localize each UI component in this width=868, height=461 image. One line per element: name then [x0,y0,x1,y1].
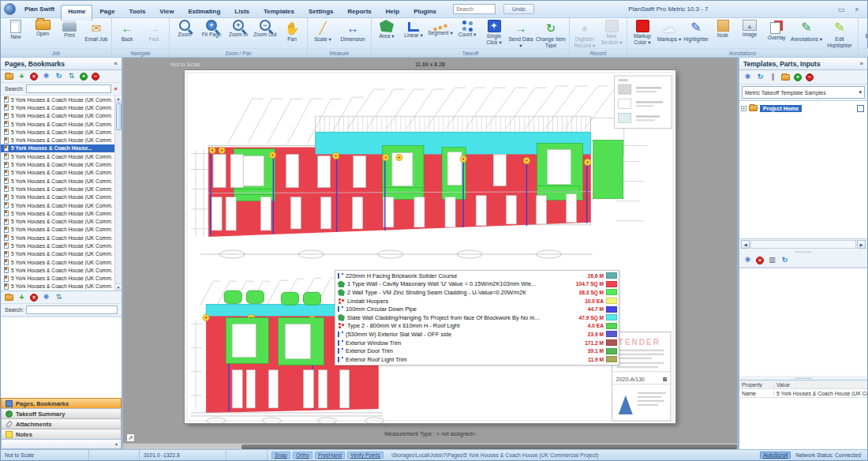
page-list-item[interactable]: 5 York Houses & Coach House (UK Comm... [1,201,114,209]
status-link[interactable]: Ortho [293,452,312,459]
ribbon-button[interactable]: ╱ Scale ▾ [309,19,336,43]
page-list-item[interactable]: 5 York Houses & Coach House (UK Comm... [1,242,114,249]
delete-page-icon[interactable]: × [30,73,38,81]
ribbon-button[interactable]: ● Digitizer Record ▾ [571,19,598,48]
menu-tab[interactable]: Page [92,5,122,18]
canvas-horizontal-scrollbar[interactable] [123,443,737,449]
sidebar-section[interactable]: Takeoff Summary [1,408,122,418]
menu-tab[interactable]: Plugins [406,5,443,18]
takeoff-legend-item[interactable]: 220mm H Facing Brickwork Soilder Course … [335,272,619,280]
takeoff-legend-item[interactable]: 1 Type Wall - Cavity Masonary Wall 'U' V… [335,280,619,289]
page-list-item[interactable]: 5 York Houses & Coach House (UK Comm... [1,258,114,266]
takeoff-legend-item[interactable]: 100mm Circular Down Pipe 44.7 M [335,305,619,313]
page-list-item[interactable]: 5 York Houses & Coach House (UK Comm... [1,250,114,258]
ribbon-button[interactable]: Zoom [171,19,198,38]
drawing-page[interactable]: TENDER 2020-A/130 B [185,70,675,423]
roof-light-markers[interactable] [224,290,320,305]
menu-tab[interactable]: Lists [227,5,256,18]
ribbon-button[interactable]: ✦ Single Click ▾ [481,19,507,45]
page-list-item[interactable]: 5 York Houses & Coach House (UK Comm... [1,169,114,177]
ribbon-button[interactable]: ✋ Pan [279,19,305,43]
property-grid-row[interactable]: Name 5 York Houses & Coach House (UK Com… [739,389,867,398]
add-bookmark-icon[interactable]: + [17,293,26,302]
takeoff-legend-item[interactable]: Exterior Roof Light Trim 11.9 M [335,355,619,364]
takeoff-legend-item[interactable]: Exterior Door Trim 39.1 M [335,347,619,355]
search-input[interactable] [453,4,496,14]
sort-icon[interactable]: ⇅ [54,294,63,301]
expand-panel-icon[interactable]: » [860,60,863,67]
ribbon-button[interactable]: → Fwd [140,19,167,43]
templates-horizontal-scrollbar[interactable]: ◀ ▶ [739,239,867,249]
splitter-icon[interactable]: ∥ [769,73,777,81]
ribbon-button[interactable]: ✉ Email Job [83,19,110,43]
autoscroll-toggle[interactable]: AutoScroll [760,452,791,459]
ribbon-button[interactable]: Segment ▾ [427,19,454,36]
page-list-item[interactable]: 5 York Houses & Coach House (UK Comm... [1,103,114,111]
page-list-item[interactable]: 5 York Houses & Coach House... [1,144,114,152]
expand-all-icon[interactable]: + [80,73,88,81]
status-link[interactable]: Verify Points [347,452,383,459]
refresh-icon[interactable]: ↻ [780,257,789,264]
page-list-item[interactable]: 5 York Houses & Coach House (UK Comm... [1,112,114,120]
page-list-item[interactable]: 5 York Houses & Coach House (UK Comm... [1,266,114,274]
new-folder-icon[interactable] [781,74,790,81]
expand-all-icon[interactable]: + [794,73,802,81]
drawing-canvas[interactable]: Not to Scale 11.69 x 8.28 [123,58,739,449]
ribbon-button[interactable]: Area ▾ [373,19,400,39]
sidebar-section[interactable]: Attachments [1,418,122,429]
ribbon-button[interactable]: + Fit Page [198,19,225,38]
ribbon-button[interactable]: ↻ Change Item Type [534,19,567,48]
scroll-left-icon[interactable]: ◀ [741,240,750,249]
menu-tab[interactable]: Reports [341,5,379,18]
ribbon-button[interactable]: → Send Data ▾ [507,19,534,48]
page-list-item[interactable]: 5 York Houses & Coach House (UK Comm... [1,152,114,160]
ribbon-button[interactable]: ▲ Image [736,19,763,38]
settings-icon[interactable]: ❋ [743,257,752,264]
ribbon-button[interactable]: − Zoom Out [252,19,279,38]
ribbon-button[interactable]: X Export By Page [860,19,868,45]
tree-item-checkbox[interactable] [857,105,864,112]
collapse-panel-icon[interactable]: « [114,60,118,67]
ribbon-button[interactable]: Linear ▾ [400,19,427,39]
refresh-icon[interactable]: ↻ [54,73,63,80]
ribbon-button[interactable]: + Zoom In [225,19,252,38]
page-list-item[interactable]: 5 York Houses & Coach House (UK Comm... [1,177,114,185]
settings-icon[interactable]: ❋ [42,294,51,301]
ribbon-button[interactable]: Markup Color ▾ [629,19,656,45]
menu-tab[interactable]: Settings [301,5,341,18]
ribbon-button[interactable]: New [2,19,29,40]
canvas-resize-icon[interactable]: ↗ [126,433,135,442]
page-list-item[interactable]: 5 York Houses & Coach House (UK Comm... [1,234,114,242]
page-list-item[interactable]: 5 York Houses & Coach House (UK Comm... [1,275,114,283]
close-window-icon[interactable]: × [850,6,864,13]
menu-tab[interactable]: Estimating [181,5,227,18]
bookmarks-search-input[interactable] [26,305,118,314]
pages-search-input[interactable] [26,84,111,93]
page-list-item[interactable]: 5 York Houses & Coach House (UK Comm... [1,96,114,103]
menu-tab[interactable]: Help [379,5,406,18]
ribbon-button[interactable]: Open [29,19,56,37]
app-logo-icon[interactable] [4,3,16,15]
collapse-all-icon[interactable]: − [806,73,814,81]
page-list-item[interactable]: 5 York Houses & Coach House (UK Comm... [1,128,114,136]
scroll-up-icon[interactable]: ▲ [115,96,122,103]
refresh-icon[interactable]: ↻ [756,73,765,81]
page-list-item[interactable]: 5 York Houses & Coach House (UK Comm... [1,160,114,168]
ribbon-button[interactable]: ✎ Annotations ▾ [790,19,823,43]
sidebar-section[interactable]: Pages, Bookmarks [1,398,122,408]
ribbon-button[interactable]: ☁ Markups ▾ [656,19,683,43]
scrollbar-thumb[interactable] [241,444,737,449]
takeoff-legend-item[interactable]: Type 2 - 800mm W x 610mm H - Roof Light … [335,322,619,331]
delete-icon[interactable]: × [756,257,764,264]
menu-tab[interactable]: Templates [256,5,301,18]
sidebar-section[interactable]: Notes [1,429,122,439]
app-menu[interactable]: Plan Swift [20,4,59,14]
columns-icon[interactable]: ▥ [768,257,776,264]
ribbon-button[interactable]: ↔ Dimension [336,19,369,43]
settings-icon[interactable]: ❋ [743,73,752,81]
folder-icon[interactable] [5,294,13,301]
sort-icon[interactable]: ⇅ [67,73,76,80]
undo-button[interactable]: Undo [503,4,534,14]
page-list-item[interactable]: 5 York Houses & Coach House (UK Comm... [1,136,114,144]
delete-bookmark-icon[interactable]: × [30,294,38,302]
